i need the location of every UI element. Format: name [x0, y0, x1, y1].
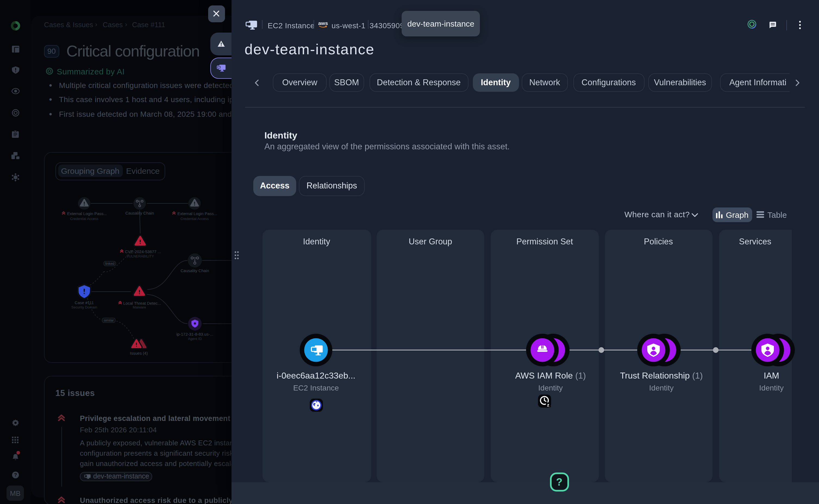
svg-text:z: z	[547, 402, 550, 408]
svg-text:aws: aws	[318, 20, 328, 26]
svg-text:linked: linked	[105, 262, 114, 266]
svg-text:similar: similar	[103, 318, 114, 322]
svg-text:?: ?	[14, 472, 17, 477]
